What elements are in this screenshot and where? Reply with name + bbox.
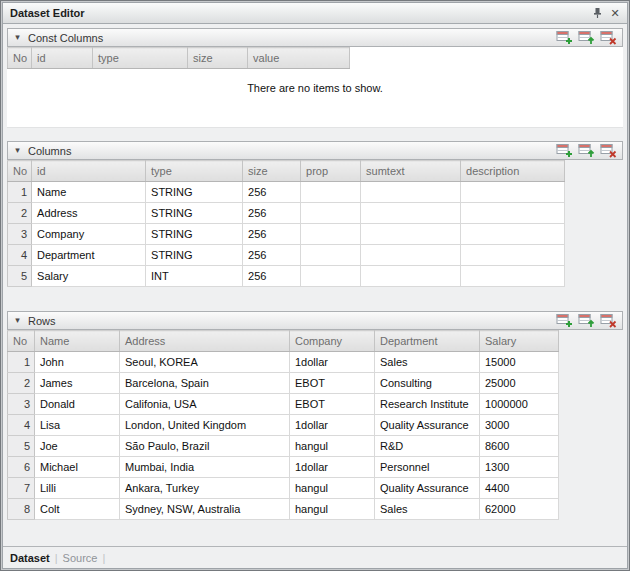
cell[interactable]: Califonia, USA xyxy=(120,394,290,415)
cell[interactable] xyxy=(301,266,361,287)
insert-row-icon[interactable] xyxy=(578,143,595,158)
cell[interactable]: Quality Assurance xyxy=(375,478,480,499)
cell[interactable] xyxy=(461,203,565,224)
cell[interactable]: EBOT xyxy=(290,373,375,394)
cell[interactable]: 1dollar xyxy=(290,415,375,436)
delete-row-icon[interactable] xyxy=(600,30,617,45)
cell[interactable] xyxy=(461,182,565,203)
cell[interactable]: Donald xyxy=(35,394,120,415)
insert-row-icon[interactable] xyxy=(578,313,595,328)
cell[interactable]: Address xyxy=(32,203,146,224)
cell[interactable] xyxy=(361,224,461,245)
cell[interactable]: Seoul, KOREA xyxy=(120,352,290,373)
cell[interactable]: 256 xyxy=(243,245,301,266)
pin-icon[interactable] xyxy=(589,6,605,21)
column-header-id[interactable]: id xyxy=(32,48,93,69)
cell[interactable]: hangul xyxy=(290,499,375,520)
cell[interactable]: 1300 xyxy=(480,457,559,478)
cell[interactable]: Sydney, NSW, Australia xyxy=(120,499,290,520)
cell[interactable] xyxy=(301,203,361,224)
row-number-cell[interactable]: 3 xyxy=(8,394,35,415)
cell[interactable]: 256 xyxy=(243,224,301,245)
cell[interactable]: Mumbai, India xyxy=(120,457,290,478)
cell[interactable]: 4400 xyxy=(480,478,559,499)
cell[interactable]: Ankara, Turkey xyxy=(120,478,290,499)
collapse-arrow-icon[interactable]: ▾ xyxy=(12,316,23,325)
cell[interactable]: Quality Assurance xyxy=(375,415,480,436)
row-number-cell[interactable]: 3 xyxy=(8,224,32,245)
column-header-value[interactable]: value xyxy=(248,48,350,69)
cell[interactable]: STRING xyxy=(146,182,243,203)
cell[interactable]: Lisa xyxy=(35,415,120,436)
cell[interactable]: Personnel xyxy=(375,457,480,478)
cell[interactable]: R&D xyxy=(375,436,480,457)
column-header-name[interactable]: Name xyxy=(35,331,120,352)
cell[interactable] xyxy=(301,224,361,245)
cell[interactable] xyxy=(361,203,461,224)
row-number-cell[interactable]: 5 xyxy=(8,436,35,457)
cell[interactable] xyxy=(301,245,361,266)
cell[interactable]: hangul xyxy=(290,436,375,457)
row-number-cell[interactable]: 7 xyxy=(8,478,35,499)
close-icon[interactable]: ✕ xyxy=(607,6,623,21)
column-header-type[interactable]: type xyxy=(146,161,243,182)
cell[interactable]: 1000000 xyxy=(480,394,559,415)
add-row-icon[interactable] xyxy=(556,313,573,328)
cell[interactable]: STRING xyxy=(146,203,243,224)
cell[interactable]: STRING xyxy=(146,224,243,245)
row-number-cell[interactable]: 1 xyxy=(8,182,32,203)
cell[interactable]: John xyxy=(35,352,120,373)
cell[interactable]: INT xyxy=(146,266,243,287)
column-header-id[interactable]: id xyxy=(32,161,146,182)
cell[interactable]: Colt xyxy=(35,499,120,520)
cell[interactable]: 3000 xyxy=(480,415,559,436)
cell[interactable]: 256 xyxy=(243,182,301,203)
column-header-description[interactable]: description xyxy=(461,161,565,182)
collapse-arrow-icon[interactable]: ▾ xyxy=(12,33,23,42)
delete-row-icon[interactable] xyxy=(600,143,617,158)
insert-row-icon[interactable] xyxy=(578,30,595,45)
cell[interactable]: São Paulo, Brazil xyxy=(120,436,290,457)
section-header-columns[interactable]: ▾ Columns xyxy=(7,141,623,160)
tab-dataset[interactable]: Dataset xyxy=(10,552,50,564)
cell[interactable]: EBOT xyxy=(290,394,375,415)
column-header-sumtext[interactable]: sumtext xyxy=(361,161,461,182)
column-header-no[interactable]: No xyxy=(8,331,35,352)
cell[interactable] xyxy=(461,245,565,266)
cell[interactable] xyxy=(361,182,461,203)
cell[interactable] xyxy=(461,224,565,245)
cell[interactable]: 256 xyxy=(243,266,301,287)
cell[interactable]: Michael xyxy=(35,457,120,478)
cell[interactable]: Research Institute xyxy=(375,394,480,415)
cell[interactable] xyxy=(361,266,461,287)
column-header-size[interactable]: size xyxy=(188,48,248,69)
cell[interactable] xyxy=(461,266,565,287)
cell[interactable]: 62000 xyxy=(480,499,559,520)
column-header-prop[interactable]: prop xyxy=(301,161,361,182)
column-header-address[interactable]: Address xyxy=(120,331,290,352)
cell[interactable] xyxy=(361,245,461,266)
row-number-cell[interactable]: 2 xyxy=(8,373,35,394)
cell[interactable]: Sales xyxy=(375,352,480,373)
cell[interactable]: 25000 xyxy=(480,373,559,394)
cell[interactable]: 256 xyxy=(243,203,301,224)
cell[interactable]: 15000 xyxy=(480,352,559,373)
column-header-department[interactable]: Department xyxy=(375,331,480,352)
delete-row-icon[interactable] xyxy=(600,313,617,328)
cell[interactable] xyxy=(301,182,361,203)
cell[interactable]: Salary xyxy=(32,266,146,287)
row-number-cell[interactable]: 4 xyxy=(8,245,32,266)
cell[interactable]: Joe xyxy=(35,436,120,457)
row-number-cell[interactable]: 4 xyxy=(8,415,35,436)
cell[interactable]: STRING xyxy=(146,245,243,266)
column-header-no[interactable]: No xyxy=(8,161,32,182)
cell[interactable]: 8600 xyxy=(480,436,559,457)
cell[interactable]: Lilli xyxy=(35,478,120,499)
row-number-cell[interactable]: 1 xyxy=(8,352,35,373)
cell[interactable]: 1dollar xyxy=(290,352,375,373)
section-header-const-columns[interactable]: ▾ Const Columns xyxy=(7,28,623,47)
cell[interactable]: Department xyxy=(32,245,146,266)
collapse-arrow-icon[interactable]: ▾ xyxy=(12,146,23,155)
row-number-cell[interactable]: 6 xyxy=(8,457,35,478)
tab-source[interactable]: Source xyxy=(63,552,98,564)
